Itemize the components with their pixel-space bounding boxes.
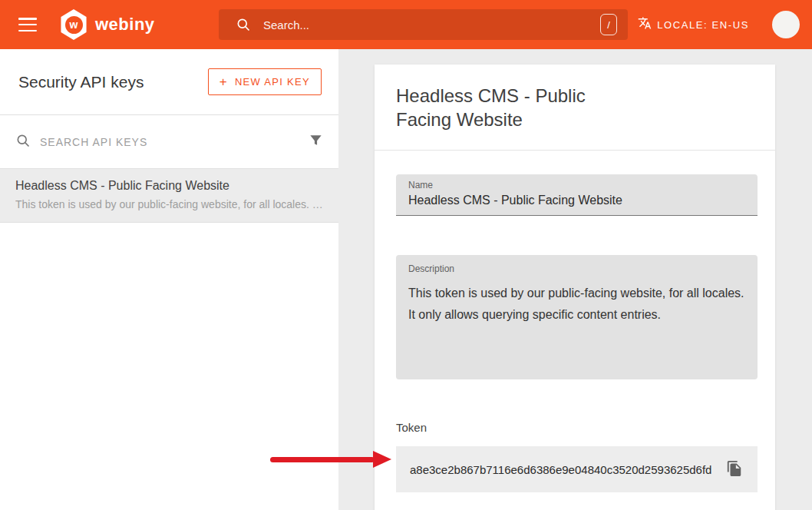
arrow-head: [373, 451, 391, 468]
api-keys-list-panel: Security API keys + NEW API KEY: [0, 49, 338, 510]
menu-icon[interactable]: [18, 18, 37, 31]
api-key-list-item[interactable]: Headless CMS - Public Facing Website Thi…: [0, 169, 338, 223]
global-search-bar[interactable]: /: [219, 9, 628, 40]
token-label: Token: [396, 421, 758, 434]
list-item-title: Headless CMS - Public Facing Website: [15, 179, 323, 193]
annotation-arrow: [270, 451, 391, 468]
user-avatar[interactable]: [772, 11, 800, 38]
token-value: a8e3ce2b867b7116e6d6386e9e04840c3520d259…: [410, 463, 719, 476]
logo-hexagon-icon: w: [60, 9, 87, 40]
locale-selector[interactable]: LOCALE: EN-US: [638, 16, 749, 33]
api-keys-search-row: [0, 115, 338, 169]
search-icon: [15, 133, 31, 151]
page-title: Security API keys: [18, 73, 144, 91]
search-shortcut-badge: /: [600, 14, 617, 35]
copy-token-button[interactable]: [719, 454, 750, 485]
translate-icon: [638, 16, 652, 33]
locale-label: LOCALE: EN-US: [657, 19, 749, 31]
arrow-line: [270, 457, 375, 462]
webiny-admin-app: w webiny / LOCALE: EN-US: [0, 0, 812, 510]
logo-wordmark: webiny: [95, 15, 155, 35]
name-field[interactable]: Name Headless CMS - Public Facing Websit…: [396, 174, 758, 216]
filter-icon[interactable]: [309, 133, 323, 151]
new-api-key-button[interactable]: + NEW API KEY: [208, 68, 322, 95]
name-field-value: Headless CMS - Public Facing Website: [408, 194, 745, 207]
main-content: Security API keys + NEW API KEY: [0, 49, 812, 510]
detail-title-section: Headless CMS - Public Facing Website: [375, 65, 775, 151]
api-keys-search-input[interactable]: [40, 136, 309, 148]
plus-icon: +: [220, 75, 228, 88]
webiny-logo[interactable]: w webiny: [60, 9, 155, 40]
list-panel-header: Security API keys + NEW API KEY: [0, 49, 338, 115]
description-field-label: Description: [408, 263, 745, 274]
global-search-input[interactable]: [263, 18, 600, 31]
api-key-detail-card: Headless CMS - Public Facing Website Nam…: [375, 65, 775, 510]
copy-icon: [726, 460, 743, 479]
new-api-key-label: NEW API KEY: [235, 76, 310, 88]
top-app-bar: w webiny / LOCALE: EN-US: [0, 0, 812, 49]
token-box: a8e3ce2b867b7116e6d6386e9e04840c3520d259…: [396, 446, 758, 492]
name-field-label: Name: [408, 180, 745, 190]
header-right-cluster: LOCALE: EN-US: [638, 0, 800, 49]
list-item-description: This token is used by our public-facing …: [15, 198, 323, 210]
detail-title: Headless CMS - Public Facing Website: [396, 84, 634, 131]
logo-monogram: w: [65, 16, 83, 34]
token-section: Token a8e3ce2b867b7116e6d6386e9e04840c35…: [396, 421, 758, 492]
description-field[interactable]: Description This token is used by our pu…: [396, 255, 758, 379]
description-field-value: This token is used by our public-facing …: [408, 283, 745, 326]
detail-form: Name Headless CMS - Public Facing Websit…: [375, 151, 775, 492]
search-icon: [236, 17, 251, 32]
